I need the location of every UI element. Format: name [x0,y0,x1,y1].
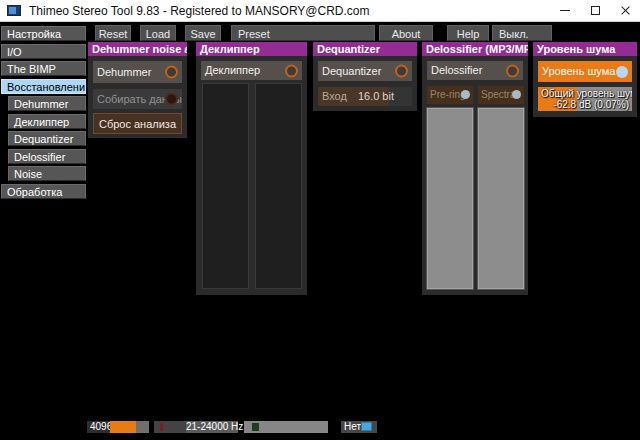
fft-size-fill [110,421,136,433]
declipper-slider-left[interactable] [202,83,249,289]
about-button[interactable]: About [379,25,433,41]
frequency-slider-handle[interactable] [252,423,259,431]
panel-dequantizer: Dequantizer Dequantizer Вход 16.0 bit [313,42,417,111]
spectra-label: Spectra [481,89,515,100]
delossifier-led-icon [506,64,519,77]
pre-ring-toggle-icon [461,90,470,99]
sidebar-item-the-bimp[interactable]: The BIMP [1,61,86,76]
noise-level-enable-row[interactable]: Уровень шума [538,61,632,82]
window-title: Thimeo Stereo Tool 9.83 - Registered to … [29,4,370,18]
minimize-icon [560,10,570,11]
panel-declipper: Деклиппер Деклиппер [196,42,307,295]
overall-noise-label: Общий уровень шума [541,88,632,99]
collect-data-row[interactable]: Собирать данные [93,89,182,109]
maximize-icon [591,6,600,15]
panel-delossifier: Delossifier (MP3/MPEG2 Delossifier Pre-r… [422,42,528,295]
sidebar-item-noise[interactable]: Noise [8,166,86,181]
spectra-toggle-icon [512,90,521,99]
net-toggle-label: Нет [344,421,361,433]
panel-delossifier-title: Delossifier (MP3/MPEG2 [422,42,528,56]
app-icon [7,5,21,16]
noise-level-enable-label: Уровень шума [542,65,615,77]
net-toggle[interactable]: Нет [341,421,377,433]
minimize-button[interactable] [550,0,580,22]
fft-size-value: 4096 [90,421,112,433]
save-button[interactable]: Save [185,25,221,41]
dehummer-enable-label: Dehummer [97,66,151,78]
reset-button[interactable]: Reset [95,25,131,41]
reset-analysis-button[interactable]: Сброс анализа [93,113,182,134]
panel-declipper-title: Деклиппер [196,42,307,56]
panel-dehummer: Dehummer noise and Dehummer Собирать дан… [88,42,187,138]
sidebar-item-dequantizer[interactable]: Dequantizer [8,131,86,146]
dequantizer-enable-label: Dequantizer [322,65,381,77]
sidebar-item-processing[interactable]: Обработка [1,184,86,199]
spectra-slider[interactable] [478,108,524,289]
mini-slider[interactable] [154,421,188,433]
fft-size-slider[interactable]: 4096 [87,421,149,433]
panel-dequantizer-title: Dequantizer [313,42,417,56]
preset-button[interactable]: Preset [231,25,375,41]
pre-ring-toggle[interactable]: Pre-ring [427,86,473,104]
declipper-led-icon [285,64,298,77]
window-controls [550,0,640,22]
close-icon [620,5,631,16]
declipper-enable-label: Деклиппер [205,64,260,76]
stereo-tool-window: Thimeo Stereo Tool 9.83 - Registered to … [0,0,640,440]
sidebar-item-declipper[interactable]: Деклиппер [8,114,86,129]
sidebar-item-io[interactable]: I/O [1,44,86,59]
mini-slider-tick [160,423,163,431]
load-button[interactable]: Load [140,25,176,41]
declipper-slider-right[interactable] [255,83,302,289]
sidebar-item-delossifier[interactable]: Delossifier [8,149,86,164]
close-button[interactable] [610,0,640,22]
sidebar-item-restoration[interactable]: Восстановление [1,79,86,94]
input-bits-slider[interactable]: Вход 16.0 bit [318,87,412,106]
dequantizer-enable-row[interactable]: Dequantizer [318,61,412,81]
dequantizer-led-icon [395,65,408,78]
power-off-button[interactable]: Выкл. [492,25,552,41]
input-bits-label: Вход [322,87,347,106]
maximize-button[interactable] [580,0,610,22]
net-toggle-icon [361,422,372,431]
input-bits-value: 16.0 bit [358,87,394,106]
frequency-range-label: 21-24000 Hz [186,421,238,433]
collect-data-led-icon [165,93,178,106]
declipper-enable-row[interactable]: Деклиппер [201,61,302,80]
frequency-slider[interactable] [244,421,328,433]
titlebar: Thimeo Stereo Tool 9.83 - Registered to … [0,0,640,22]
overall-noise-meter: Общий уровень шума -62.8 dB (0.07%) [538,87,632,111]
overall-noise-value: -62.8 dB (0.07%) [553,99,629,110]
delossifier-enable-row[interactable]: Delossifier [427,61,523,80]
sidebar-item-settings[interactable]: Настройка [1,26,86,41]
fft-size-track [136,421,149,433]
delossifier-enable-label: Delossifier [431,64,482,76]
dehummer-enable-row[interactable]: Dehummer [93,61,182,83]
dehummer-led-icon [165,66,178,79]
help-button[interactable]: Help [447,25,489,41]
panel-dehummer-title: Dehummer noise and [88,42,187,56]
sidebar-item-dehummer[interactable]: Dehummer [8,96,86,111]
panel-noise-level-title: Уровень шума [533,42,637,56]
pre-ring-slider[interactable] [427,108,473,289]
noise-level-led-icon [616,66,628,78]
spectra-toggle[interactable]: Spectra [478,86,524,104]
panel-noise-level: Уровень шума Уровень шума Общий уровень … [533,42,637,117]
